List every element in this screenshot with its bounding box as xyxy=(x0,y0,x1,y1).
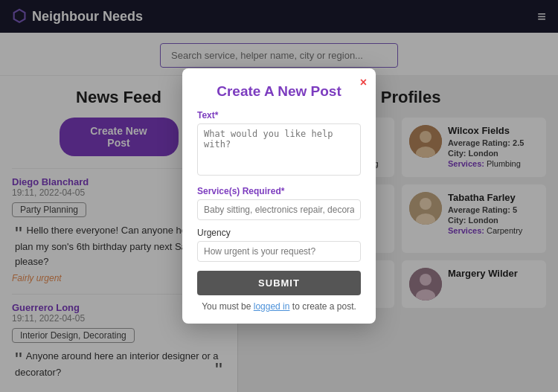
services-field-label: Service(s) Required* xyxy=(197,186,361,196)
login-link[interactable]: logged in xyxy=(254,301,290,312)
text-field-label: Text* xyxy=(197,110,361,121)
services-input[interactable] xyxy=(197,199,361,220)
submit-button[interactable]: SUBMIT xyxy=(197,271,361,295)
urgency-input[interactable] xyxy=(197,241,361,262)
modal-overlay[interactable]: × Create A New Post Text* Service(s) Req… xyxy=(0,0,558,392)
modal-title: Create A New Post xyxy=(197,83,361,100)
create-post-modal: × Create A New Post Text* Service(s) Req… xyxy=(182,68,376,324)
modal-close-button[interactable]: × xyxy=(360,76,367,89)
login-prompt: You must be logged in to create a post. xyxy=(197,301,361,312)
urgency-field-label: Urgency xyxy=(197,228,361,238)
login-prefix: You must be xyxy=(202,301,254,312)
login-suffix: to create a post. xyxy=(289,301,356,312)
post-text-input[interactable] xyxy=(197,123,361,176)
